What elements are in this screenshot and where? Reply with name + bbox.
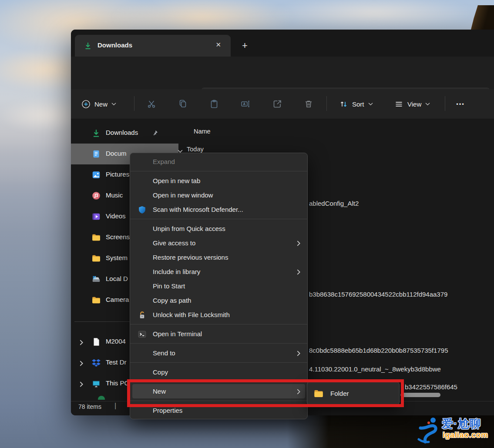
watermark-runner-logo-icon <box>417 416 441 447</box>
sort-button[interactable]: Sort <box>336 95 376 113</box>
page-icon <box>91 337 101 347</box>
file-name[interactable]: 4.11030.22001.0_neutral_~_8wekyb3d8bbwe <box>309 365 441 373</box>
menu-separator <box>130 360 307 365</box>
title-bar: Downloads ✕ + <box>71 30 494 57</box>
menu-item-expand[interactable]: Expand <box>130 154 307 169</box>
view-button[interactable]: View <box>391 95 434 113</box>
column-header-name[interactable]: Name <box>194 128 211 135</box>
menu-item-copy[interactable]: Copy <box>130 365 307 379</box>
submenu-arrow-icon <box>297 269 301 276</box>
menu-item-unlock-with-file-locksmith[interactable]: Unlock with File Locksmith <box>130 308 307 322</box>
group-label-today[interactable]: Today <box>187 146 204 153</box>
menu-item-pin-to-start[interactable]: Pin to Start <box>130 279 307 293</box>
folder-icon <box>91 232 101 243</box>
paste-button[interactable] <box>205 95 223 113</box>
menu-item-include-in-library[interactable]: Include in library <box>130 264 307 279</box>
menu-item-open-in-new-window[interactable]: Open in new window <box>130 188 307 202</box>
menu-item-open-in-terminal[interactable]: Open in Terminal <box>130 327 307 341</box>
sort-button-label: Sort <box>352 100 364 108</box>
this-pc-icon <box>91 378 101 389</box>
chevron-right-icon[interactable] <box>80 339 84 347</box>
menu-separator <box>130 217 307 221</box>
folder-icon <box>91 253 101 264</box>
share-button[interactable] <box>269 95 286 113</box>
pin-icon <box>151 130 158 138</box>
chevron-right-icon[interactable] <box>80 360 84 368</box>
screen: Downloads ✕ + <box>0 0 494 448</box>
file-name[interactable]: b3b8638c1576925800434522cbb112fd94aa379 <box>309 291 447 298</box>
sidebar-item-downloads[interactable]: Downloads <box>71 123 178 144</box>
copy-button[interactable] <box>174 95 192 113</box>
videos-icon <box>91 211 101 222</box>
chevron-down-icon <box>111 102 116 107</box>
menu-item-copy-as-path[interactable]: Copy as path <box>130 293 307 308</box>
tab-title: Downloads <box>97 41 132 49</box>
padlock-open-icon <box>136 309 148 321</box>
document-icon <box>91 149 101 159</box>
download-icon <box>84 41 92 50</box>
cloud <box>270 0 479 30</box>
new-button[interactable]: New <box>78 95 120 113</box>
music-icon <box>91 191 101 201</box>
menu-item-send-to[interactable]: Send to <box>130 346 307 360</box>
terminal-icon <box>136 328 148 340</box>
more-options-button[interactable]: ••• <box>452 95 469 113</box>
chevron-right-icon[interactable] <box>80 381 84 389</box>
view-button-label: View <box>407 100 421 108</box>
statusbar-view-divider: | <box>114 402 116 410</box>
menu-separator <box>130 341 307 346</box>
network-icon-partial <box>98 396 105 400</box>
navigation-bar: Downloads <box>71 57 494 89</box>
horizontal-scrollbar-thumb[interactable] <box>400 393 440 397</box>
sort-arrows-icon <box>339 100 348 109</box>
rename-button[interactable] <box>237 95 254 113</box>
menu-item-restore-previous-versions[interactable]: Restore previous versions <box>130 250 307 264</box>
submenu-arrow-icon <box>297 240 301 247</box>
chevron-down-icon <box>368 102 373 107</box>
download-icon <box>91 128 101 138</box>
watermark-site: igaliao.com <box>443 431 488 440</box>
file-name[interactable]: b3422557586f645 <box>405 383 457 391</box>
new-button-label: New <box>94 100 108 108</box>
menu-separator <box>130 169 307 174</box>
pictures-icon <box>91 170 101 180</box>
defender-shield-icon <box>136 204 148 215</box>
toolbar-divider <box>134 96 134 111</box>
menu-item-open-in-new-tab[interactable]: Open in new tab <box>130 174 307 188</box>
tab-downloads[interactable]: Downloads ✕ <box>75 35 231 57</box>
watermark-title: 爱·尬聊 <box>442 416 481 431</box>
delete-button[interactable] <box>300 95 317 113</box>
cut-button[interactable] <box>143 95 160 113</box>
toolbar-divider <box>326 96 327 111</box>
annotation-highlight-box <box>127 379 404 407</box>
file-name[interactable]: 8c0bdc5888eb65b1d68b220b0b87535735f1795 <box>309 347 448 354</box>
folder-icon <box>91 295 101 305</box>
dropbox-icon <box>91 358 101 368</box>
toolbar-divider <box>445 96 445 111</box>
new-tab-button[interactable]: + <box>242 40 248 51</box>
horizon-haze <box>0 144 77 185</box>
menu-item-scan-with-defender[interactable]: Scan with Microsoft Defender... <box>130 202 307 217</box>
view-lines-icon <box>394 100 403 109</box>
local-disk-icon <box>91 274 101 284</box>
new-plus-circle-icon <box>81 100 91 109</box>
submenu-arrow-icon <box>297 350 301 358</box>
menu-item-unpin-from-quick-access[interactable]: Unpin from Quick access <box>130 221 307 236</box>
file-name[interactable]: abledConfig_Alt2 <box>309 200 359 207</box>
statusbar-item-count: 78 items <box>78 403 101 410</box>
watermark: 爱·尬聊 igaliao.com <box>417 415 494 448</box>
menu-item-give-access-to[interactable]: Give access to <box>130 236 307 250</box>
chevron-down-icon <box>425 102 430 107</box>
menu-separator <box>130 322 307 327</box>
tab-close-button[interactable]: ✕ <box>215 41 221 49</box>
